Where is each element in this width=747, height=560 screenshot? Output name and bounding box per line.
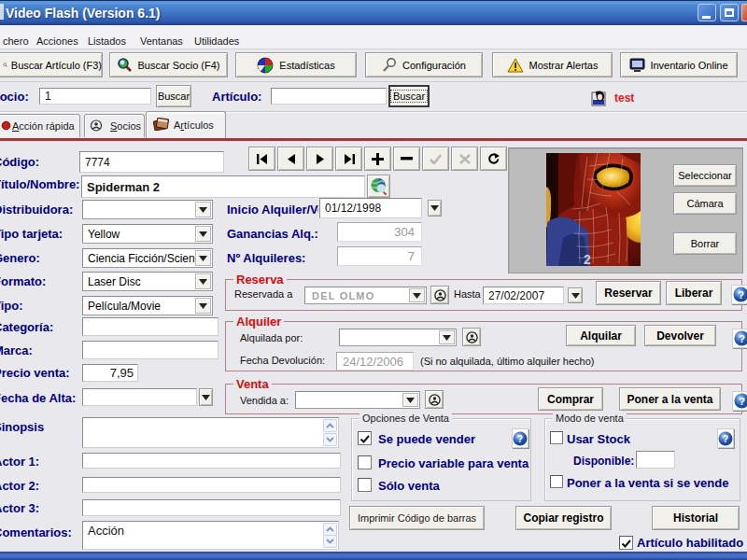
svg-text:?: ? [723, 433, 728, 443]
svg-text:?: ? [739, 396, 745, 407]
svg-text:?: ? [517, 433, 523, 443]
svg-text:?: ? [738, 289, 744, 301]
svg-text:?: ? [739, 333, 745, 344]
svg-text:2: 2 [584, 252, 591, 266]
